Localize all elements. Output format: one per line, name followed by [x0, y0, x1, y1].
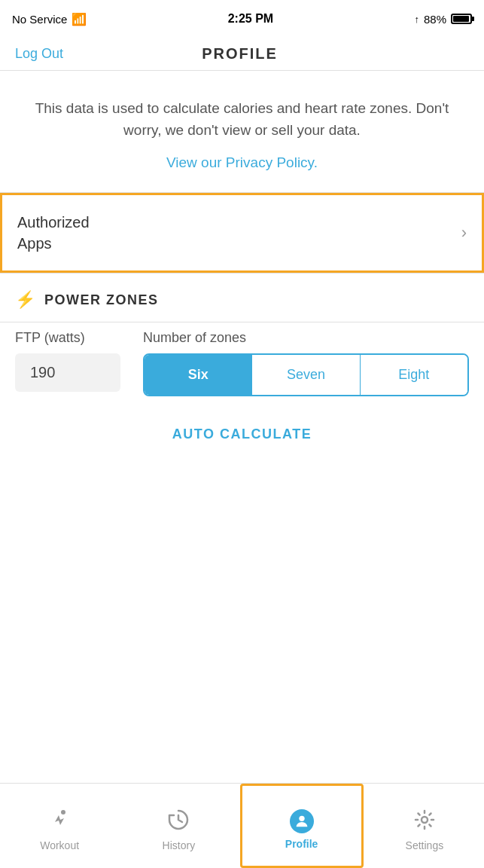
tab-profile-label: Profile	[285, 838, 318, 850]
svg-point-1	[299, 816, 304, 821]
carrier-text: No Service	[12, 13, 67, 26]
info-text: This data is used to calculate calories …	[30, 98, 454, 141]
status-left: No Service 📶	[12, 12, 87, 26]
battery-icon	[451, 14, 472, 24]
profile-icon	[290, 809, 314, 833]
status-right: ↑ 88%	[414, 13, 472, 26]
zone-eight-button[interactable]: Eight	[361, 355, 467, 395]
chevron-right-icon: ›	[461, 223, 467, 243]
tab-settings-label: Settings	[406, 839, 444, 851]
info-section: This data is used to calculate calories …	[0, 71, 484, 192]
auto-calculate-button[interactable]: AUTO CALCULATE	[0, 411, 484, 457]
workout-icon	[48, 808, 71, 835]
status-bar: No Service 📶 2:25 PM ↑ 88%	[0, 0, 484, 38]
zones-label: Number of zones	[143, 330, 469, 346]
battery-text: 88%	[424, 13, 446, 26]
tab-workout[interactable]: Workout	[0, 784, 119, 868]
zones-button-group: Six Seven Eight	[143, 353, 469, 396]
power-zones-title: POWER ZONES	[44, 292, 159, 308]
tab-workout-label: Workout	[40, 839, 79, 851]
zone-six-button[interactable]: Six	[145, 355, 252, 395]
tab-profile[interactable]: Profile	[240, 784, 364, 868]
history-icon	[167, 808, 190, 835]
logout-button[interactable]: Log Out	[15, 46, 63, 62]
zone-seven-button[interactable]: Seven	[252, 355, 360, 395]
authorized-apps-row[interactable]: AuthorizedApps ›	[0, 193, 484, 273]
ftp-zones-row: FTP (watts) Number of zones Six Seven Ei…	[0, 322, 484, 411]
svg-point-0	[61, 810, 65, 815]
authorized-apps-label: AuthorizedApps	[17, 212, 90, 254]
zones-section: Number of zones Six Seven Eight	[143, 330, 469, 396]
nav-bar: Log Out PROFILE	[0, 38, 484, 71]
bolt-icon: ⚡	[15, 290, 35, 310]
ftp-label: FTP (watts)	[15, 330, 120, 346]
location-icon: ↑	[414, 14, 419, 25]
ftp-section: FTP (watts)	[15, 330, 120, 392]
ftp-input[interactable]	[15, 353, 120, 392]
status-time: 2:25 PM	[228, 12, 273, 26]
tab-settings[interactable]: Settings	[365, 784, 484, 868]
power-zones-header: ⚡ POWER ZONES	[0, 274, 484, 322]
privacy-policy-link[interactable]: View our Privacy Policy.	[166, 154, 318, 170]
settings-icon	[413, 808, 436, 835]
tab-history[interactable]: History	[119, 784, 238, 868]
wifi-icon: 📶	[72, 12, 87, 26]
tab-history-label: History	[163, 839, 196, 851]
svg-point-2	[422, 817, 428, 823]
main-content: This data is used to calculate calories …	[0, 71, 484, 548]
tab-bar: Workout History Profile	[0, 783, 484, 868]
page-title: PROFILE	[202, 45, 278, 63]
